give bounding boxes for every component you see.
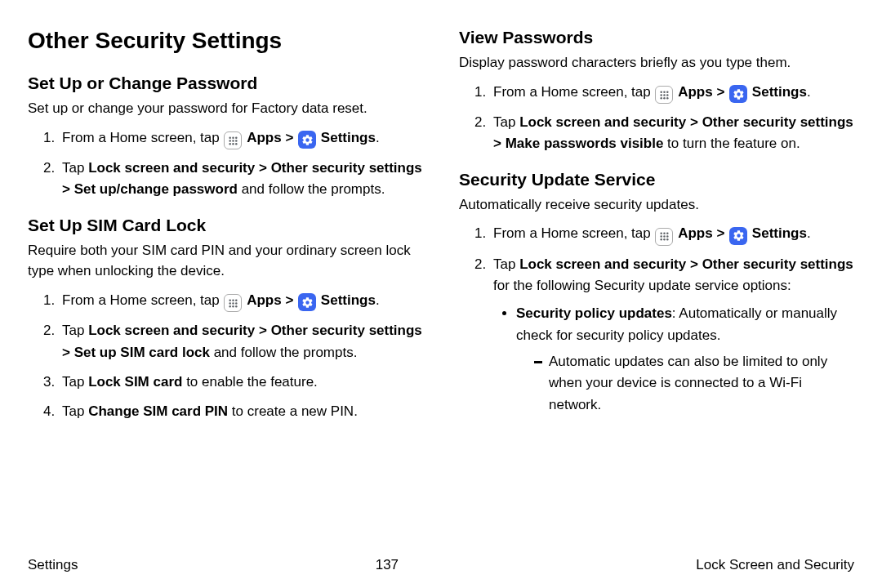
- apps-icon: [655, 86, 673, 104]
- apps-icon: [224, 294, 242, 312]
- settings-icon: [298, 293, 316, 311]
- steps-view-passwords: From a Home screen, tap Apps > Settings.…: [459, 82, 854, 155]
- steps-change-password: From a Home screen, tap Apps > Settings.…: [28, 127, 423, 201]
- desc-security-update: Automatically receive security updates.: [459, 194, 854, 216]
- heading-change-password: Set Up or Change Password: [28, 74, 423, 93]
- options-list: Security policy updates: Automatically o…: [493, 303, 854, 416]
- right-column: View Passwords Display password characte…: [459, 28, 854, 431]
- heading-security-update: Security Update Service: [459, 170, 854, 189]
- settings-icon: [298, 131, 316, 149]
- page-title: Other Security Settings: [28, 28, 423, 54]
- step: Tap Change SIM card PIN to create a new …: [59, 401, 423, 422]
- steps-security-update: From a Home screen, tap Apps > Settings.…: [459, 223, 854, 416]
- footer-page-number: 137: [376, 557, 399, 573]
- step: From a Home screen, tap Apps > Settings.: [59, 127, 423, 150]
- step: Tap Lock SIM card to enable the feature.: [59, 372, 423, 393]
- step: Tap Lock screen and security > Other sec…: [59, 320, 423, 363]
- heading-sim-lock: Set Up SIM Card Lock: [28, 216, 423, 235]
- step: Tap Lock screen and security > Other sec…: [59, 158, 423, 201]
- settings-icon: [729, 85, 747, 103]
- footer-right: Lock Screen and Security: [696, 557, 854, 573]
- content-columns: Other Security Settings Set Up or Change…: [28, 28, 854, 431]
- desc-view-passwords: Display password characters briefly as y…: [459, 52, 854, 74]
- option-item: Security policy updates: Automatically o…: [516, 303, 854, 416]
- desc-change-password: Set up or change your password for Facto…: [28, 98, 423, 119]
- sub-option-item: Automatic updates can also be limited to…: [534, 351, 854, 416]
- footer-left: Settings: [28, 557, 78, 573]
- steps-sim-lock: From a Home screen, tap Apps > Settings.…: [28, 290, 423, 423]
- step: Tap Lock screen and security > Other sec…: [490, 112, 854, 155]
- heading-view-passwords: View Passwords: [459, 28, 854, 47]
- left-column: Other Security Settings Set Up or Change…: [28, 28, 423, 431]
- step: From a Home screen, tap Apps > Settings.: [490, 82, 854, 105]
- apps-icon: [655, 228, 673, 246]
- desc-sim-lock: Require both your SIM card PIN and your …: [28, 240, 423, 282]
- step: From a Home screen, tap Apps > Settings.: [490, 223, 854, 246]
- step: From a Home screen, tap Apps > Settings.: [59, 290, 423, 313]
- settings-icon: [729, 227, 747, 245]
- page-footer: Settings 137 Lock Screen and Security: [28, 557, 854, 573]
- sub-options-list: Automatic updates can also be limited to…: [516, 351, 854, 416]
- apps-icon: [224, 131, 242, 149]
- step: Tap Lock screen and security > Other sec…: [490, 254, 854, 416]
